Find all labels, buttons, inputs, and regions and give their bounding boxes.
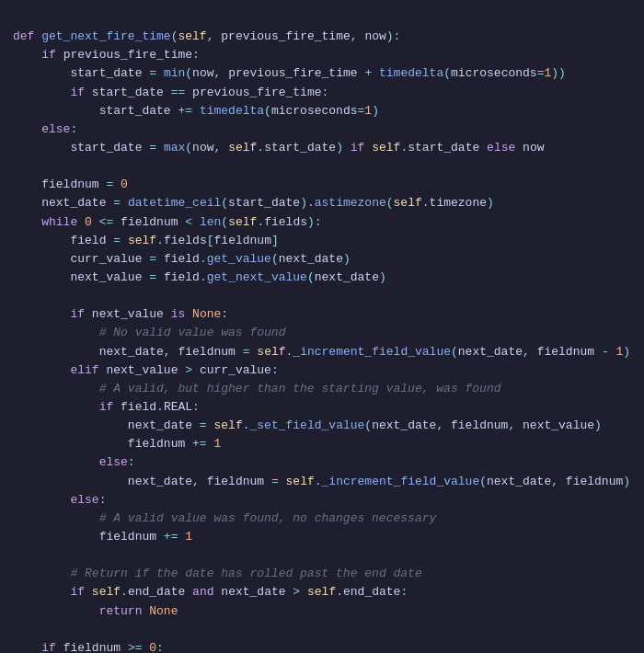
code-editor: def get_next_fire_time(self, previous_fi…	[13, 9, 631, 653]
